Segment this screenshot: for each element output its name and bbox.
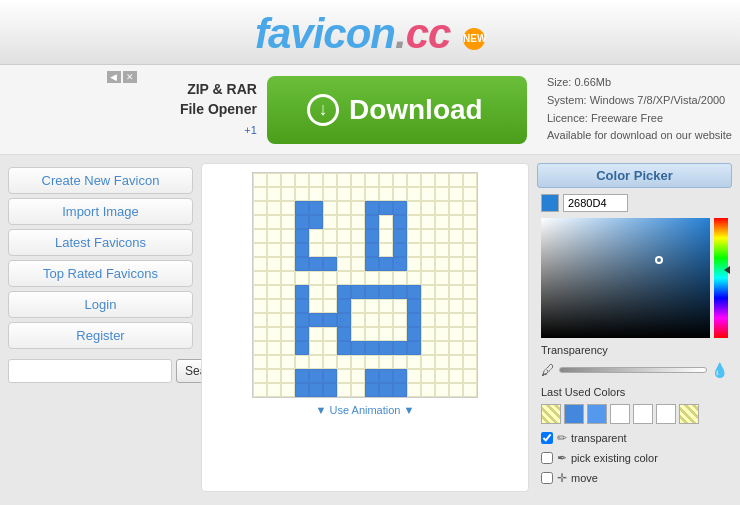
grid-cell[interactable] [351, 355, 365, 369]
grid-cell[interactable] [407, 383, 421, 397]
grid-cell[interactable] [449, 201, 463, 215]
grid-cell[interactable] [267, 285, 281, 299]
grid-cell[interactable] [365, 369, 379, 383]
grid-cell[interactable] [449, 243, 463, 257]
grid-cell[interactable] [281, 369, 295, 383]
grid-cell[interactable] [421, 173, 435, 187]
grid-cell[interactable] [253, 271, 267, 285]
grid-cell[interactable] [253, 173, 267, 187]
grid-cell[interactable] [337, 187, 351, 201]
grid-cell[interactable] [337, 243, 351, 257]
grid-cell[interactable] [337, 285, 351, 299]
grid-cell[interactable] [253, 299, 267, 313]
grid-cell[interactable] [407, 257, 421, 271]
grid-cell[interactable] [435, 341, 449, 355]
pick-color-checkbox[interactable] [541, 452, 553, 464]
grid-cell[interactable] [337, 313, 351, 327]
color-swatch[interactable] [541, 194, 559, 212]
grid-cell[interactable] [379, 369, 393, 383]
grid-cell[interactable] [267, 215, 281, 229]
grid-cell[interactable] [449, 215, 463, 229]
grid-cell[interactable] [253, 243, 267, 257]
grid-cell[interactable] [407, 327, 421, 341]
grid-cell[interactable] [323, 285, 337, 299]
grid-cell[interactable] [449, 299, 463, 313]
grid-cell[interactable] [435, 355, 449, 369]
grid-cell[interactable] [365, 243, 379, 257]
sidebar-create-link[interactable]: Create New Favicon [8, 167, 193, 194]
last-color-5[interactable] [633, 404, 653, 424]
grid-cell[interactable] [309, 383, 323, 397]
grid-cell[interactable] [393, 299, 407, 313]
grid-cell[interactable] [407, 243, 421, 257]
grid-cell[interactable] [323, 313, 337, 327]
grid-cell[interactable] [379, 383, 393, 397]
grid-cell[interactable] [323, 215, 337, 229]
grid-cell[interactable] [309, 201, 323, 215]
animation-link[interactable]: ▼ Use Animation ▼ [316, 404, 415, 416]
grid-cell[interactable] [281, 187, 295, 201]
color-gradient-area[interactable] [541, 218, 728, 338]
grid-cell[interactable] [449, 187, 463, 201]
grid-cell[interactable] [449, 355, 463, 369]
grid-cell[interactable] [379, 215, 393, 229]
grid-cell[interactable] [281, 243, 295, 257]
grid-cell[interactable] [309, 215, 323, 229]
grid-cell[interactable] [267, 299, 281, 313]
grid-cell[interactable] [421, 341, 435, 355]
grid-cell[interactable] [407, 229, 421, 243]
grid-cell[interactable] [407, 215, 421, 229]
grid-cell[interactable] [253, 355, 267, 369]
grid-cell[interactable] [295, 229, 309, 243]
grid-cell[interactable] [267, 369, 281, 383]
grid-cell[interactable] [337, 215, 351, 229]
grid-cell[interactable] [267, 327, 281, 341]
grid-cell[interactable] [463, 201, 477, 215]
grid-cell[interactable] [407, 187, 421, 201]
grid-cell[interactable] [435, 173, 449, 187]
grid-cell[interactable] [295, 271, 309, 285]
grid-cell[interactable] [393, 201, 407, 215]
grid-cell[interactable] [267, 187, 281, 201]
ad-arrow-left[interactable]: ◀ [107, 71, 121, 83]
grid-cell[interactable] [309, 355, 323, 369]
grid-cell[interactable] [421, 355, 435, 369]
grid-cell[interactable] [449, 285, 463, 299]
grid-cell[interactable] [337, 383, 351, 397]
transparency-slider[interactable] [559, 367, 707, 373]
grid-cell[interactable] [337, 299, 351, 313]
grid-cell[interactable] [253, 257, 267, 271]
grid-cell[interactable] [435, 299, 449, 313]
grid-cell[interactable] [421, 383, 435, 397]
hue-slider[interactable] [714, 218, 728, 338]
grid-cell[interactable] [295, 383, 309, 397]
grid-cell[interactable] [463, 229, 477, 243]
grid-cell[interactable] [435, 243, 449, 257]
grid-cell[interactable] [435, 187, 449, 201]
grid-cell[interactable] [295, 327, 309, 341]
grid-cell[interactable] [393, 229, 407, 243]
grid-cell[interactable] [337, 201, 351, 215]
grid-cell[interactable] [365, 355, 379, 369]
grid-cell[interactable] [435, 285, 449, 299]
grid-cell[interactable] [309, 257, 323, 271]
grid-cell[interactable] [309, 271, 323, 285]
grid-cell[interactable] [309, 313, 323, 327]
grid-cell[interactable] [253, 215, 267, 229]
favicon-grid[interactable] [252, 172, 478, 398]
grid-cell[interactable] [295, 243, 309, 257]
grid-cell[interactable] [267, 383, 281, 397]
grid-cell[interactable] [365, 299, 379, 313]
grid-cell[interactable] [253, 369, 267, 383]
grid-cell[interactable] [379, 229, 393, 243]
grid-cell[interactable] [309, 243, 323, 257]
grid-cell[interactable] [407, 285, 421, 299]
grid-cell[interactable] [351, 201, 365, 215]
grid-cell[interactable] [295, 341, 309, 355]
grid-cell[interactable] [449, 327, 463, 341]
grid-cell[interactable] [365, 327, 379, 341]
grid-cell[interactable] [421, 271, 435, 285]
grid-cell[interactable] [309, 327, 323, 341]
grid-cell[interactable] [435, 369, 449, 383]
grid-cell[interactable] [421, 299, 435, 313]
